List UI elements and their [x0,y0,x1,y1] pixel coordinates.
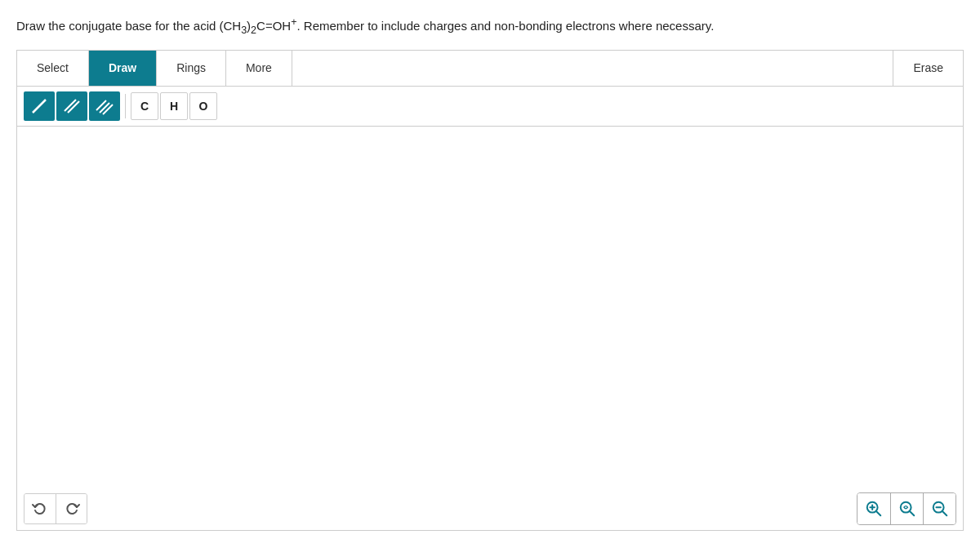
chem-editor: Select Draw Rings More Erase [16,50,964,531]
double-bond-button[interactable] [56,91,87,121]
zoom-reset-icon [898,500,916,518]
tab-more[interactable]: More [226,51,292,86]
single-bond-button[interactable] [24,91,55,121]
atom-c-button[interactable]: C [131,92,158,120]
svg-line-5 [103,105,113,114]
zoom-in-button[interactable] [858,493,890,524]
bottom-controls [17,488,963,530]
svg-line-0 [33,100,46,113]
zoom-out-icon [931,500,949,518]
atom-o-button[interactable]: O [189,92,217,120]
svg-line-14 [942,511,947,515]
svg-line-9 [876,511,880,515]
undo-redo-group [24,493,87,524]
redo-icon [64,501,80,517]
zoom-out-button[interactable] [923,493,956,524]
triple-bond-button[interactable] [89,91,120,121]
single-bond-icon [30,97,48,115]
double-bond-icon [63,97,81,115]
tab-erase[interactable]: Erase [893,51,963,86]
tab-select[interactable]: Select [17,51,89,86]
tab-rings[interactable]: Rings [157,51,226,86]
zoom-reset-button[interactable] [890,493,923,524]
undo-button[interactable] [24,494,56,523]
zoom-controls-group [857,492,956,525]
draw-sub-toolbar: C H O [17,87,963,127]
redo-button[interactable] [56,494,87,523]
toolbar-spacer [292,51,893,86]
undo-icon [32,501,48,517]
zoom-in-icon [865,500,883,518]
svg-line-11 [910,511,914,515]
tab-draw[interactable]: Draw [89,51,157,86]
atom-h-button[interactable]: H [160,92,188,120]
triple-bond-icon [96,97,114,115]
drawing-canvas[interactable] [17,127,963,530]
question-text: Draw the conjugate base for the acid (CH… [16,15,964,38]
toolbar-separator [125,94,126,118]
main-toolbar: Select Draw Rings More Erase [17,51,963,87]
